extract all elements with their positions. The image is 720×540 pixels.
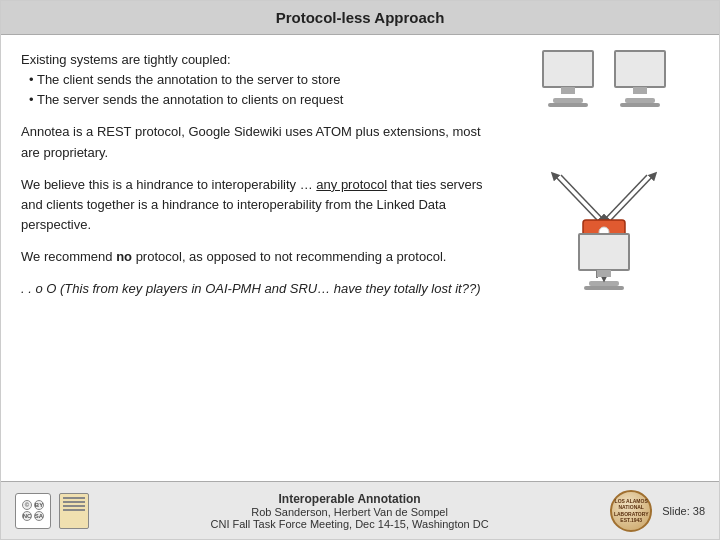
paragraph4-bold: no: [116, 249, 132, 264]
client-monitor-left: [542, 50, 594, 107]
slide-text: Existing systems are tightly coupled: Th…: [21, 45, 499, 481]
monitor-screen-right: [614, 50, 666, 88]
arrows-diagram: [509, 115, 699, 225]
slide-body: Existing systems are tightly coupled: Th…: [1, 35, 719, 481]
paragraph3-underlined: any protocol: [316, 177, 387, 192]
footer-center: Interoperable Annotation Rob Sanderson, …: [89, 492, 610, 530]
svg-line-2: [554, 175, 597, 220]
top-monitors-row: [542, 50, 666, 107]
slide-number: Slide: 38: [662, 505, 705, 517]
client-monitor-right: [614, 50, 666, 107]
bullet1: The client sends the annotation to the s…: [29, 70, 499, 90]
svg-line-0: [561, 175, 604, 220]
paragraph4: We recommend no protocol, as opposed to …: [21, 247, 499, 267]
paragraph1-bullets: The client sends the annotation to the s…: [29, 70, 499, 110]
bullet2: The server sends the annotation to clien…: [29, 90, 499, 110]
paragraph2: Annotea is a REST protocol, Google Sidew…: [21, 122, 499, 162]
paragraph4-before: We recommend: [21, 249, 116, 264]
title-text: Protocol-less Approach: [276, 9, 445, 26]
cc-row1: © BY: [22, 500, 44, 510]
monitor-screen-left: [542, 50, 594, 88]
paragraph4-after: protocol, as opposed to not recommending…: [132, 249, 446, 264]
paragraph5: . . o O (This from key players in OAI-PM…: [21, 279, 499, 299]
footer-right: LOS ALAMOSNATIONALLABORATORYEST.1943 Sli…: [610, 490, 705, 532]
paragraph1: Existing systems are tightly coupled: Th…: [21, 50, 499, 110]
monitor-screen-bottom: [578, 233, 630, 271]
lanl-logo: LOS ALAMOSNATIONALLABORATORYEST.1943: [610, 490, 652, 532]
nc-circle: NC: [22, 511, 32, 521]
by-circle: BY: [34, 500, 44, 510]
slide-footer: © BY NC SA Interoperable Annotation Rob …: [1, 481, 719, 539]
svg-line-3: [611, 175, 654, 220]
svg-line-1: [604, 175, 647, 220]
monitor-foot-left: [548, 103, 588, 107]
lanl-logo-circle: LOS ALAMOSNATIONALLABORATORYEST.1943: [610, 490, 652, 532]
cc-row2: NC SA: [22, 511, 44, 521]
arrows-svg: [509, 115, 699, 335]
document-icon: [59, 493, 89, 529]
cc-circle: ©: [22, 500, 32, 510]
footer-left: © BY NC SA: [15, 493, 89, 529]
cc-badge: © BY NC SA: [15, 493, 51, 529]
sa-circle: SA: [34, 511, 44, 521]
footer-title: Interoperable Annotation: [89, 492, 610, 506]
footer-line3: CNI Fall Task Force Meeting, Dec 14-15, …: [89, 518, 610, 530]
diagram-area: [509, 45, 699, 481]
monitor-foot-right: [620, 103, 660, 107]
footer-line2: Rob Sanderson, Herbert Van de Sompel: [89, 506, 610, 518]
slide-title: Protocol-less Approach: [1, 1, 719, 35]
paragraph3-before: We believe this is a hindrance to intero…: [21, 177, 316, 192]
slide-container: Protocol-less Approach Existing systems …: [0, 0, 720, 540]
paragraph1-intro: Existing systems are tightly coupled:: [21, 50, 499, 70]
paragraph3: We believe this is a hindrance to intero…: [21, 175, 499, 235]
